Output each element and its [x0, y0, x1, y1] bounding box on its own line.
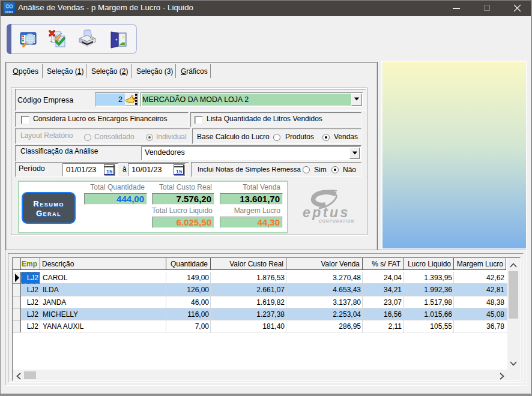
- svg-text:eptus: eptus: [303, 205, 350, 220]
- svg-text:CORPORATION: CORPORATION: [319, 219, 354, 223]
